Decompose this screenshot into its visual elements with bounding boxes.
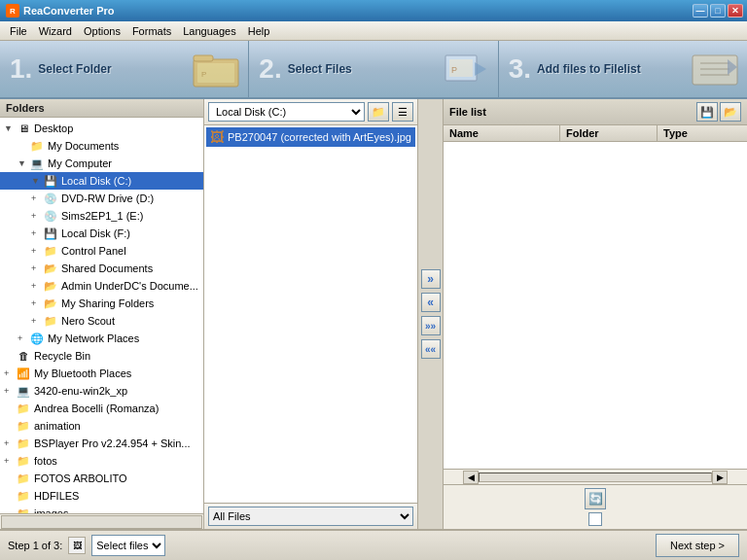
step-1-icon: P xyxy=(192,48,240,90)
step-text: Step 1 of 3: xyxy=(8,540,62,551)
right-panel: File list 💾 📂 Name Folder Type ◀ ▶ 🔄 xyxy=(444,99,747,529)
right-panel-bottom: 🔄 xyxy=(444,484,747,529)
left-hscrollbar[interactable] xyxy=(1,515,202,529)
folder-tree: ▼🖥Desktop 📁My Documents▼💻My Computer▼💾Lo… xyxy=(0,118,203,513)
step-3-label: Add files to Filelist xyxy=(537,62,641,76)
file-list-title: File list xyxy=(449,106,486,118)
svg-marker-7 xyxy=(475,62,486,76)
browse-button[interactable]: 📁 xyxy=(368,102,389,122)
file-item[interactable]: 🖼PB270047 (corrected with ArtEyes).jpg xyxy=(206,127,415,147)
tree-item[interactable]: +📂Shared Documents xyxy=(0,260,203,277)
drive-select[interactable]: Local Disk (C:) xyxy=(208,102,365,122)
close-button[interactable]: ✕ xyxy=(728,4,743,18)
title-bar: R ReaConverter Pro — □ ✕ xyxy=(0,0,747,21)
col-name[interactable]: Name xyxy=(444,125,560,141)
step-1-section: 1. Select Folder P xyxy=(0,41,249,97)
remove-all-button[interactable]: «« xyxy=(421,339,441,359)
col-folder[interactable]: Folder xyxy=(560,125,658,141)
right-hscroll: ◀ ▶ xyxy=(444,469,747,484)
file-table: Name Folder Type xyxy=(444,125,747,469)
menu-item-options[interactable]: Options xyxy=(78,23,126,39)
tree-item[interactable]: 📁images xyxy=(0,505,203,513)
checkbox-option[interactable] xyxy=(588,512,602,526)
app-icon: R xyxy=(6,4,19,18)
step-2-section: 2. Select Files P xyxy=(249,41,498,97)
menu-item-file[interactable]: File xyxy=(4,23,33,39)
scroll-left-btn[interactable]: ◀ xyxy=(463,471,479,484)
left-panel: Folders ▼🖥Desktop 📁My Documents▼💻My Comp… xyxy=(0,99,204,529)
tree-item[interactable]: +📶My Bluetooth Places xyxy=(0,365,203,382)
tree-item[interactable]: ▼🖥Desktop xyxy=(0,120,203,137)
left-panel-bottom xyxy=(0,513,203,529)
step-3-section: 3. Add files to Filelist xyxy=(499,41,747,97)
middle-bottom: All Files xyxy=(204,503,417,529)
table-header: Name Folder Type xyxy=(444,125,747,142)
menu-item-formats[interactable]: Formats xyxy=(126,23,177,39)
maximize-button[interactable]: □ xyxy=(710,4,726,18)
tree-item[interactable]: 📁animation xyxy=(0,417,203,435)
step-1-number: 1. xyxy=(10,55,32,83)
step-2-icon: P xyxy=(442,48,490,90)
right-toolbar: 💾 📂 xyxy=(696,102,741,122)
steps-bar: 1. Select Folder P 2. Select Files P 3. … xyxy=(0,41,747,99)
tree-item[interactable]: +📂Admin UnderDC's Docume... xyxy=(0,277,203,295)
step-select[interactable]: Select files xyxy=(91,535,165,556)
menu-item-help[interactable]: Help xyxy=(242,23,276,39)
step-3-number: 3. xyxy=(509,55,531,83)
view-toggle-button[interactable]: ☰ xyxy=(392,102,413,122)
tree-item[interactable]: +💿DVD-RW Drive (D:) xyxy=(0,190,203,207)
middle-panel: Local Disk (C:) 📁 ☰ 🖼PB270047 (corrected… xyxy=(204,99,418,529)
middle-toolbar: Local Disk (C:) 📁 ☰ xyxy=(204,99,417,125)
folders-header: Folders xyxy=(0,99,203,118)
tree-item[interactable]: 🗑Recycle Bin xyxy=(0,347,203,365)
step-2-number: 2. xyxy=(259,55,281,83)
tree-item[interactable]: +💾Local Disk (F:) xyxy=(0,225,203,242)
scroll-right-btn[interactable]: ▶ xyxy=(712,471,728,484)
step-3-icon xyxy=(691,48,739,90)
tree-item[interactable]: +💻3420-enu-win2k_xp xyxy=(0,382,203,400)
save-list-button[interactable]: 💾 xyxy=(696,102,718,122)
menu-bar: FileWizardOptionsFormatsLanguagesHelp xyxy=(0,21,747,41)
add-all-button[interactable]: »» xyxy=(421,316,441,335)
tree-item[interactable]: 📁My Documents xyxy=(0,137,203,155)
tree-item[interactable]: 📁FOTOS ARBOLITO xyxy=(0,470,203,487)
arrow-panel: » « »» «« xyxy=(418,99,444,529)
step-icon-small: 🖼 xyxy=(68,537,86,554)
remove-files-button[interactable]: « xyxy=(421,293,441,312)
tree-item[interactable]: ▼💻My Computer xyxy=(0,155,203,172)
svg-rect-1 xyxy=(194,55,213,61)
menu-item-languages[interactable]: Languages xyxy=(177,23,241,39)
menu-item-wizard[interactable]: Wizard xyxy=(33,23,78,39)
tree-item[interactable]: 📁Andrea Bocelli (Romanza) xyxy=(0,400,203,417)
tree-item[interactable]: 📁HDFILES xyxy=(0,487,203,505)
step-2-label: Select Files xyxy=(288,62,352,76)
tree-item[interactable]: +📁Nero Scout xyxy=(0,312,203,330)
hscroll-track[interactable] xyxy=(479,472,712,482)
tree-item[interactable]: +📁Control Panel xyxy=(0,242,203,260)
svg-text:P: P xyxy=(451,65,457,75)
right-panel-header: File list 💾 📂 xyxy=(444,99,747,125)
tree-item[interactable]: +📂My Sharing Folders xyxy=(0,295,203,312)
filter-select[interactable]: All Files xyxy=(208,507,413,526)
next-step-button[interactable]: Next step > xyxy=(656,534,739,557)
refresh-icon[interactable]: 🔄 xyxy=(585,488,606,509)
file-list: 🖼PB270047 (corrected with ArtEyes).jpg xyxy=(204,125,417,503)
window-controls: — □ ✕ xyxy=(693,4,743,18)
load-list-button[interactable]: 📂 xyxy=(720,102,741,122)
add-files-button[interactable]: » xyxy=(421,269,441,289)
step-info: Step 1 of 3: 🖼 Select files xyxy=(8,535,165,556)
app-title: ReaConverter Pro xyxy=(23,5,115,17)
tree-item[interactable]: ▼💾Local Disk (C:) xyxy=(0,172,203,190)
svg-text:P: P xyxy=(201,70,206,79)
tree-item[interactable]: +🌐My Network Places xyxy=(0,330,203,347)
status-bar: Step 1 of 3: 🖼 Select files Next step > xyxy=(0,529,747,560)
tree-item[interactable]: +📁fotos xyxy=(0,452,203,470)
step-1-label: Select Folder xyxy=(38,62,111,76)
tree-item[interactable]: +💿Sims2EP1_1 (E:) xyxy=(0,207,203,225)
minimize-button[interactable]: — xyxy=(693,4,708,18)
main-area: Folders ▼🖥Desktop 📁My Documents▼💻My Comp… xyxy=(0,99,747,529)
col-type[interactable]: Type xyxy=(658,125,747,141)
tree-item[interactable]: +📁BSPlayer Pro v2.24.954 + Skin... xyxy=(0,435,203,452)
